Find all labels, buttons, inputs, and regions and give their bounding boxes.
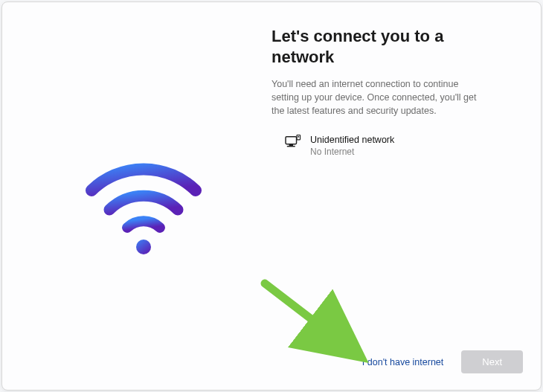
svg-rect-2 [289,144,293,146]
network-status: No Internet [310,147,394,158]
svg-point-0 [136,240,151,254]
svg-rect-5 [298,136,299,138]
ethernet-icon [285,135,301,150]
oobe-window: Let's connect you to a network You'll ne… [1,1,542,391]
page-subtext: You'll need an internet connection to co… [272,77,487,118]
wifi-icon [84,162,203,259]
network-item[interactable]: Unidentified network No Internet [272,134,513,158]
no-internet-link[interactable]: I don't have internet [361,354,445,370]
footer-actions: I don't have internet Next [361,350,523,373]
svg-rect-1 [286,137,297,144]
illustration-pane [2,2,272,390]
page-title: Let's connect you to a network [272,26,465,67]
network-name: Unidentified network [310,134,394,146]
network-labels: Unidentified network No Internet [310,134,394,158]
content-pane: Let's connect you to a network You'll ne… [272,2,541,390]
next-button[interactable]: Next [461,350,523,373]
svg-rect-3 [287,146,295,147]
